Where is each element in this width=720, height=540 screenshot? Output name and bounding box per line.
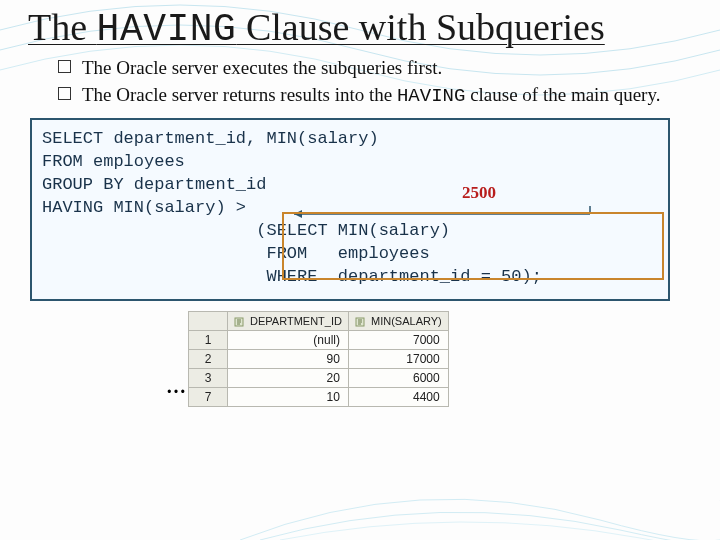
header-min: MIN(SALARY) [348,311,448,330]
bullet-item: The Oracle server executes the subquerie… [58,56,692,81]
cell-rownum: 1 [189,330,228,349]
bullet-text: The Oracle server executes the subquerie… [82,57,442,78]
table-row: 3 20 6000 [189,368,449,387]
subquery-result-annotation: 2500 [462,182,496,205]
rows-omitted-ellipsis: … [166,375,186,398]
table-row: 2 90 17000 [189,349,449,368]
code-line: (SELECT MIN(salary) [42,220,658,243]
header-rownum [189,311,228,330]
title-mono: HAVING [97,8,237,51]
header-dept-label: DEPARTMENT_ID [250,315,342,327]
code-line: GROUP BY department_id [42,174,658,197]
header-min-label: MIN(SALARY) [371,315,442,327]
code-line: FROM employees [42,151,658,174]
result-table-wrap: … DEPARTMENT_ID MIN(SALARY) 1 [188,311,692,407]
cell-dept: 20 [228,368,349,387]
cell-min: 6000 [348,368,448,387]
cell-rownum: 2 [189,349,228,368]
table-row: 1 (null) 7000 [189,330,449,349]
bullet-text-pre: The Oracle server returns results into t… [82,84,397,105]
column-sort-icon [355,317,365,327]
result-table: DEPARTMENT_ID MIN(SALARY) 1 (null) 7000 … [188,311,449,407]
sql-code-block: SELECT department_id, MIN(salary) FROM e… [30,118,670,301]
table-row: 7 10 4400 [189,387,449,406]
title-pre: The [28,6,97,48]
code-line: HAVING MIN(salary) > [42,197,658,220]
bullet-text-post: clause of the main query. [465,84,660,105]
bullet-text-mono: HAVING [397,85,465,107]
code-line: WHERE department_id = 50); [42,266,658,289]
cell-dept: 90 [228,349,349,368]
title-post: Clause with Subqueries [236,6,604,48]
cell-min: 17000 [348,349,448,368]
table-header-row: DEPARTMENT_ID MIN(SALARY) [189,311,449,330]
bullet-list: The Oracle server executes the subquerie… [58,56,692,108]
code-line: SELECT department_id, MIN(salary) [42,128,658,151]
column-sort-icon [234,317,244,327]
header-dept: DEPARTMENT_ID [228,311,349,330]
slide-title: The HAVING Clause with Subqueries [28,8,692,50]
cell-min: 7000 [348,330,448,349]
cell-dept: 10 [228,387,349,406]
code-line: FROM employees [42,243,658,266]
cell-dept: (null) [228,330,349,349]
cell-rownum: 7 [189,387,228,406]
cell-rownum: 3 [189,368,228,387]
cell-min: 4400 [348,387,448,406]
bullet-item: The Oracle server returns results into t… [58,83,692,109]
